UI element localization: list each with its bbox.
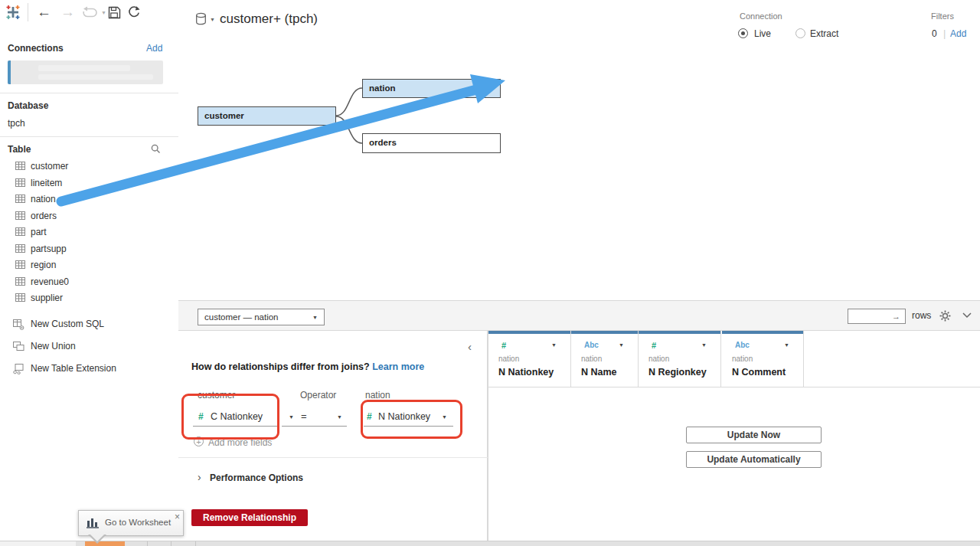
go-to-worksheet-callout[interactable]: Go to Worksheet × (78, 510, 184, 536)
string-type-icon: Abc (584, 341, 599, 349)
custom-sql-icon (13, 319, 24, 330)
column-table-name: nation (648, 355, 669, 363)
right-field-caret-icon[interactable]: ▼ (442, 414, 447, 420)
string-type-icon: Abc (735, 341, 750, 349)
left-field-caret-icon[interactable]: ▼ (289, 414, 294, 420)
refresh-button[interactable] (127, 3, 141, 21)
learn-more-link[interactable]: Learn more (372, 361, 424, 372)
search-icon[interactable] (151, 144, 161, 154)
table-grid-icon (15, 227, 25, 236)
add-connection-link[interactable]: Add (146, 43, 162, 54)
new-union[interactable]: New Union (0, 338, 178, 355)
tableau-datasource-window: ← → ▼ Connections Add (0, 0, 980, 546)
operator-caret-icon[interactable]: ▼ (337, 414, 342, 420)
field-underline (193, 426, 277, 427)
column-caret-icon[interactable]: ▼ (784, 342, 789, 348)
new-custom-sql[interactable]: New Custom SQL (0, 316, 178, 332)
strip-left-segment (0, 541, 76, 546)
database-name[interactable]: tpch (8, 118, 25, 129)
remove-relationship-button[interactable]: Remove Relationship (191, 509, 308, 526)
new-table-extension[interactable]: New Table Extension (0, 360, 178, 377)
forward-button[interactable]: → (60, 3, 75, 21)
callout-pointer (90, 534, 105, 541)
table-item-label: part (31, 227, 47, 237)
grid-column-n-name[interactable]: Abc ▼ nation N Name (571, 331, 639, 387)
arrow-right-icon[interactable]: → (892, 312, 900, 321)
add-more-fields[interactable]: Add more fields (208, 437, 272, 448)
sidebar-item-customer[interactable]: customer (0, 158, 178, 175)
go-to-worksheet-label[interactable]: Go to Worksheet (105, 518, 171, 527)
grid-column-n-nationkey[interactable]: # ▼ nation N Nationkey (488, 331, 571, 387)
number-type-icon: # (367, 411, 372, 422)
column-caret-icon[interactable]: ▼ (701, 342, 707, 348)
sidebar-item-supplier[interactable]: supplier (0, 289, 178, 306)
sidebar-item-partsupp[interactable]: partsupp (0, 240, 178, 257)
right-field-value[interactable]: N Nationkey (378, 411, 430, 422)
gear-icon[interactable] (939, 310, 951, 322)
operator-label: Operator (300, 390, 336, 401)
sidebar-item-lineitem[interactable]: lineitem (0, 175, 178, 191)
row-limit-input[interactable]: → (848, 309, 906, 324)
toolbar-divider (28, 3, 28, 21)
undo-history-button[interactable] (80, 3, 101, 21)
update-now-button[interactable]: Update Now (686, 427, 822, 443)
relationship-pair-dropdown[interactable]: customer — nation ▼ (198, 309, 325, 325)
tab-divider (147, 541, 148, 546)
performance-options[interactable]: Performance Options (210, 472, 303, 483)
operator-value[interactable]: = (301, 410, 307, 422)
performance-chevron-icon[interactable]: › (198, 471, 201, 483)
chevron-down-icon[interactable] (962, 312, 972, 319)
table-item-label: orders (31, 211, 57, 221)
node-nation[interactable]: nation (362, 79, 501, 98)
close-icon[interactable]: × (175, 512, 180, 522)
column-caret-icon[interactable]: ▼ (551, 342, 557, 348)
rows-label: rows (912, 310, 931, 321)
sidebar-item-orders[interactable]: orders (0, 208, 178, 224)
relationships-question: How do relationships differ from joins? (191, 361, 370, 372)
connection-item-redacted[interactable] (8, 60, 163, 84)
table-grid-icon (15, 244, 25, 253)
table-header: Table (8, 144, 31, 155)
sidebar-item-region[interactable]: region (0, 257, 178, 273)
sidebar-item-part[interactable]: part (0, 224, 178, 240)
update-automatically-button[interactable]: Update Automatically (686, 451, 822, 468)
sidebar-item-nation[interactable]: nation (0, 191, 178, 208)
tableau-logo-icon (5, 3, 21, 21)
table-item-label: customer (31, 161, 68, 172)
relationship-toolbar: customer — nation ▼ → rows (178, 300, 980, 331)
node-customer[interactable]: customer (198, 106, 336, 126)
canvas-area: ▼ customer+ (tpch) Connection Live Extra… (178, 0, 980, 300)
table-item-label: lineitem (31, 178, 62, 188)
save-button[interactable] (108, 3, 121, 21)
back-button[interactable]: ← (37, 3, 51, 21)
connection-active-bar (8, 60, 11, 84)
table-grid-icon (15, 211, 25, 220)
column-table-name: nation (498, 355, 519, 363)
undo-caret-icon[interactable]: ▼ (101, 3, 106, 21)
table-item-label: supplier (31, 293, 63, 303)
right-table-label: nation (365, 390, 390, 401)
database-header: Database (8, 100, 48, 111)
table-grid-icon (15, 178, 25, 187)
relationship-connectors (178, 0, 980, 300)
grid-column-n-comment[interactable]: Abc ▼ nation N Comment (722, 331, 804, 387)
grid-column-n-regionkey[interactable]: # ▼ nation N Regionkey (639, 331, 721, 387)
column-caret-icon[interactable]: ▼ (619, 342, 624, 348)
add-circle-icon[interactable]: + (194, 436, 204, 446)
relationship-pair-value: customer — nation (204, 312, 279, 322)
chevron-down-icon: ▼ (312, 315, 318, 320)
collapse-panel-icon[interactable]: ‹ (468, 340, 472, 353)
column-field-name: N Comment (732, 367, 786, 378)
field-underline (364, 426, 453, 427)
node-orders[interactable]: orders (362, 133, 501, 153)
table-grid-icon (15, 277, 25, 286)
number-type-icon: # (652, 341, 656, 350)
panel-divider (178, 457, 488, 458)
field-underline (299, 426, 347, 427)
grid-header-border (488, 387, 980, 387)
sidebar-item-revenue0[interactable]: revenue0 (0, 273, 178, 290)
table-grid-icon (15, 293, 25, 302)
left-field-value[interactable]: C Nationkey (211, 411, 263, 422)
action-label: New Union (31, 341, 76, 351)
number-type-icon: # (198, 411, 204, 422)
